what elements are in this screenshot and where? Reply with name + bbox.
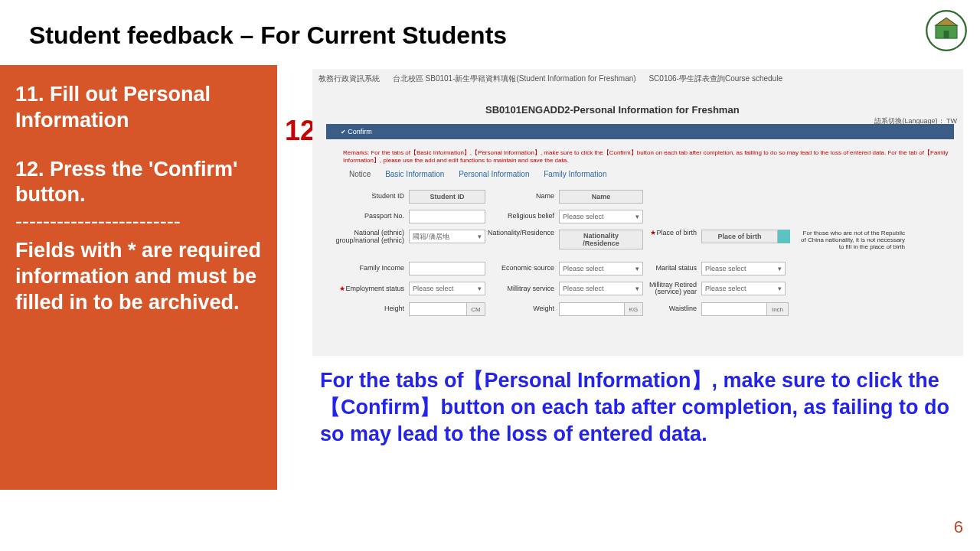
form-area: Student ID Student ID Name Name Passport… bbox=[335, 190, 956, 322]
field-name: Name bbox=[559, 190, 643, 204]
instruction-paragraph: For the tabs of【Personal Information】, m… bbox=[320, 367, 952, 448]
unit-inch: Inch bbox=[767, 302, 789, 316]
university-logo bbox=[925, 9, 968, 52]
step-11-text: 11. Fill out Personal Information bbox=[15, 82, 262, 134]
breadcrumb-mid: 台北校區 SB0101-新生學籍資料填報(Student Information… bbox=[393, 74, 636, 83]
field-waistline[interactable] bbox=[701, 302, 767, 316]
label-economic-source: Economic source bbox=[485, 265, 554, 272]
label-family-income: Family Income bbox=[335, 265, 404, 272]
breadcrumb: 教務行政資訊系統 台北校區 SB0101-新生學籍資料填報(Student In… bbox=[318, 73, 793, 84]
confirm-button[interactable]: Confirm bbox=[335, 126, 377, 138]
field-height[interactable] bbox=[409, 302, 467, 316]
select-military[interactable]: Please select bbox=[559, 282, 643, 295]
label-military-retired: Millitray Retired (service) year bbox=[643, 282, 697, 297]
unit-kg: KG bbox=[625, 302, 643, 316]
help-place-of-birth: For those who are not of the Republic of… bbox=[798, 230, 905, 251]
remarks-text: Remarks: For the tabs of【Basic Informati… bbox=[343, 149, 956, 165]
select-employment[interactable]: Please select bbox=[409, 282, 485, 295]
label-height: Height bbox=[335, 305, 404, 313]
tab-family-information[interactable]: Family Information bbox=[544, 170, 606, 178]
svg-marker-2 bbox=[936, 18, 957, 25]
label-military: Millitray service bbox=[485, 285, 554, 293]
screenshot-panel: 教務行政資訊系統 台北校區 SB0101-新生學籍資料填報(Student In… bbox=[312, 69, 963, 356]
label-employment: ★Employment status bbox=[335, 285, 404, 293]
field-weight[interactable] bbox=[559, 302, 625, 316]
toolbar bbox=[326, 124, 954, 139]
label-waistline: Waistline bbox=[643, 305, 697, 313]
callout-number-12: 12 bbox=[285, 115, 315, 147]
slide-title: Student feedback – For Current Students bbox=[29, 21, 507, 50]
field-nat-res: Nationality /Residence bbox=[559, 230, 643, 249]
tab-basic-information[interactable]: Basic Information bbox=[385, 170, 444, 178]
label-religion: Religious belief bbox=[485, 213, 554, 220]
tab-notice[interactable]: Notice bbox=[349, 170, 371, 178]
field-place-of-birth[interactable]: Place of birth bbox=[701, 230, 778, 243]
label-ethnic: National (ethnic) group/national (ethnic… bbox=[335, 230, 404, 245]
place-of-birth-picker-button[interactable] bbox=[778, 230, 790, 243]
select-military-retired[interactable]: Please select bbox=[701, 282, 786, 295]
label-weight: Weight bbox=[485, 305, 554, 313]
page-number: 6 bbox=[954, 517, 963, 537]
label-nat-res: Nationality/Residence bbox=[485, 230, 554, 237]
step-12-text: 12. Press the 'Confirm' button. bbox=[15, 157, 262, 209]
label-marital: Marital status bbox=[643, 265, 697, 272]
unit-cm: CM bbox=[467, 302, 485, 316]
field-family-income[interactable] bbox=[409, 262, 485, 276]
tabs-row: Notice Basic Information Personal Inform… bbox=[349, 170, 619, 178]
select-economic-source[interactable]: Please select bbox=[559, 262, 643, 276]
field-passport[interactable] bbox=[409, 210, 485, 223]
select-ethnic[interactable]: 國籍/僑居地 bbox=[409, 230, 485, 243]
label-name: Name bbox=[485, 193, 554, 201]
instruction-sidebar: 11. Fill out Personal Information 12. Pr… bbox=[0, 65, 277, 490]
tab-personal-information[interactable]: Personal Information bbox=[459, 170, 529, 178]
svg-rect-3 bbox=[944, 31, 949, 38]
slide: Student feedback – For Current Students … bbox=[0, 0, 980, 551]
field-student-id: Student ID bbox=[409, 190, 485, 204]
select-marital[interactable]: Please select bbox=[701, 262, 786, 276]
label-student-id: Student ID bbox=[335, 193, 404, 201]
label-place-of-birth: ★Place of birth bbox=[643, 230, 697, 237]
select-religion[interactable]: Please select bbox=[559, 210, 643, 223]
breadcrumb-right: SC0106-學生課表查詢Course schedule bbox=[648, 74, 782, 83]
label-passport: Passport No. bbox=[335, 213, 404, 220]
form-heading: SB0101ENGADD2-Personal Information for F… bbox=[485, 104, 740, 116]
breadcrumb-system: 教務行政資訊系統 bbox=[318, 74, 380, 83]
divider-dashes: ------------------------ bbox=[15, 210, 262, 233]
required-fields-note: Fields with * are required information a… bbox=[15, 238, 262, 315]
